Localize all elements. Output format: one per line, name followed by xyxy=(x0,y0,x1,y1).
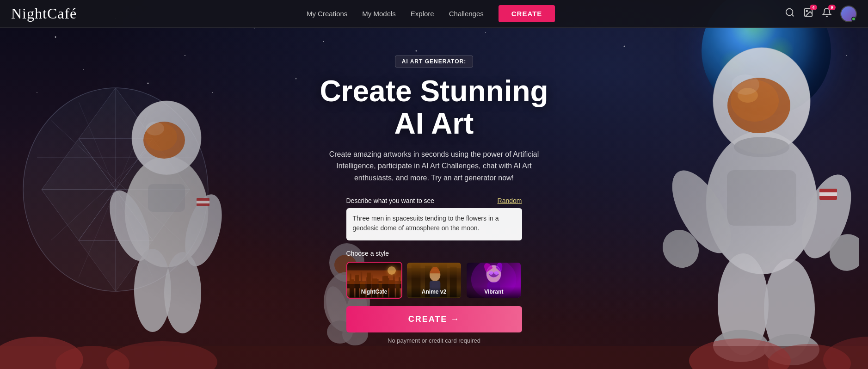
nav-icons: 4 9 xyxy=(785,6,857,22)
svg-point-3 xyxy=(806,10,807,12)
image-icon[interactable]: 4 xyxy=(803,7,813,20)
no-payment-note: No payment or credit card required xyxy=(346,337,522,344)
online-indicator xyxy=(851,17,856,21)
style-nightcafe-label: NightCafe xyxy=(347,287,401,298)
nav-my-creations[interactable]: My Creations xyxy=(307,10,347,18)
bell-icon[interactable]: 9 xyxy=(822,7,832,20)
nav-create-button[interactable]: CREATE xyxy=(499,5,555,22)
creation-form: Describe what you want to see Random Thr… xyxy=(346,197,522,344)
prompt-label: Describe what you want to see xyxy=(346,197,435,204)
hero-title: Create Stunning AI Art xyxy=(319,75,550,140)
prompt-label-row: Describe what you want to see Random xyxy=(346,197,522,204)
svg-point-0 xyxy=(786,9,793,16)
svg-point-50 xyxy=(146,122,164,135)
svg-point-13 xyxy=(624,46,625,47)
nav-explore[interactable]: Explore xyxy=(411,10,434,18)
style-vibrant-label: Vibrant xyxy=(467,287,521,298)
style-nightcafe[interactable]: NightCafe xyxy=(346,262,402,299)
navbar: NightCafé My Creations My Models Explore… xyxy=(0,0,868,28)
svg-rect-47 xyxy=(148,184,185,212)
brand-logo[interactable]: NightCafé xyxy=(11,5,77,22)
nav-challenges[interactable]: Challenges xyxy=(449,10,484,18)
image-badge: 4 xyxy=(810,5,817,10)
search-icon[interactable] xyxy=(785,7,795,20)
svg-rect-56 xyxy=(727,170,796,226)
svg-point-68 xyxy=(734,137,789,157)
create-button[interactable]: CREATE → xyxy=(346,306,522,332)
user-avatar[interactable] xyxy=(840,6,857,22)
bell-badge: 9 xyxy=(828,5,836,10)
svg-rect-49 xyxy=(197,201,209,203)
svg-point-23 xyxy=(295,78,297,80)
prompt-input[interactable]: Three men in spacesuits tending to the f… xyxy=(346,208,522,240)
ai-badge: AI ART GENERATOR: xyxy=(395,55,473,68)
nav-links: My Creations My Models Explore Challenge… xyxy=(307,5,555,22)
nav-my-models[interactable]: My Models xyxy=(362,10,396,18)
style-vibrant[interactable]: Vibrant xyxy=(466,262,522,299)
style-grid: NightCafe xyxy=(346,262,522,299)
svg-point-79 xyxy=(106,341,217,369)
svg-point-103 xyxy=(494,271,499,275)
hero-content: AI ART GENERATOR: Create Stunning AI Art… xyxy=(319,28,550,344)
hero-section: AI ART GENERATOR: Create Stunning AI Art… xyxy=(0,0,868,369)
svg-point-102 xyxy=(489,271,493,275)
style-anime[interactable]: Anime v2 xyxy=(406,262,462,299)
style-anime-label: Anime v2 xyxy=(407,287,461,298)
svg-line-1 xyxy=(792,14,794,16)
svg-point-82 xyxy=(823,337,868,369)
svg-point-65 xyxy=(732,74,759,95)
style-label: Choose a style xyxy=(346,250,522,257)
random-link[interactable]: Random xyxy=(498,197,522,204)
hero-description: Create amazing artworks in seconds using… xyxy=(328,148,541,184)
svg-rect-67 xyxy=(819,192,837,196)
